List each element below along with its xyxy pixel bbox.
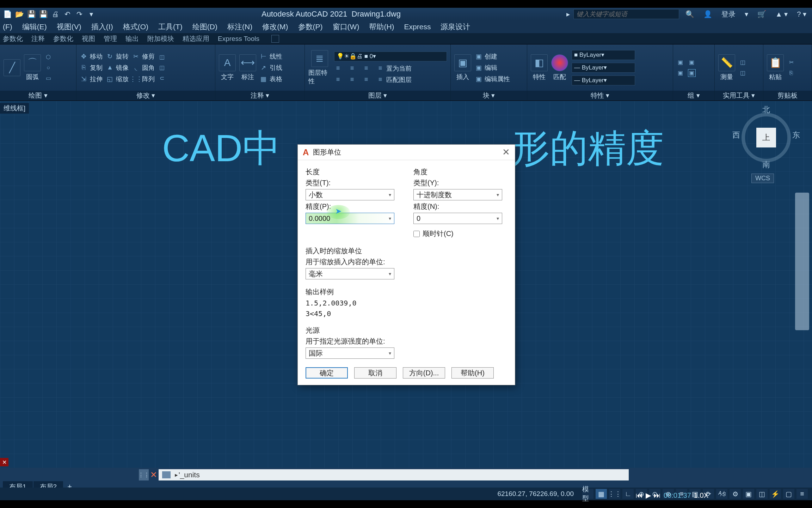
array-button[interactable]: ⋮⋮阵列 bbox=[132, 75, 155, 83]
cut-icon[interactable]: ✂ bbox=[787, 59, 795, 66]
modify-extra2-icon[interactable]: ◫ bbox=[158, 64, 166, 72]
menu-edit[interactable]: 编辑(E) bbox=[22, 22, 47, 32]
panel-block-title[interactable]: 块 ▾ bbox=[451, 91, 527, 101]
save-as-icon[interactable]: 💾 bbox=[39, 10, 48, 19]
panel-props-title[interactable]: 特性 ▾ bbox=[527, 91, 673, 101]
move-button[interactable]: ✥移动 bbox=[80, 52, 103, 61]
ribbon-tab-express[interactable]: Express Tools bbox=[218, 35, 259, 43]
menu-insert[interactable]: 插入(I) bbox=[91, 22, 113, 32]
layer-mini3-icon[interactable]: ≡ bbox=[362, 64, 370, 73]
panel-layer-title[interactable]: 图层 ▾ bbox=[305, 91, 450, 101]
video-play-icon[interactable]: ▶ bbox=[646, 491, 651, 500]
viewcube[interactable]: 北 上 西 东 南 WCS bbox=[734, 104, 798, 175]
fillet-button[interactable]: ◟圆角 bbox=[132, 64, 155, 72]
login-dropdown-icon[interactable]: ▾ bbox=[742, 9, 751, 19]
layer-mini6-icon[interactable]: ≡ bbox=[362, 75, 370, 84]
menu-window[interactable]: 窗口(W) bbox=[333, 22, 359, 32]
scale-button[interactable]: ◱缩放 bbox=[106, 75, 129, 83]
command-input[interactable]: ▸ '_units bbox=[159, 469, 629, 480]
login-button[interactable]: 登录 bbox=[719, 9, 738, 20]
ribbon-tab-featured[interactable]: 精选应用 bbox=[183, 34, 209, 43]
plot-icon[interactable]: 🖨 bbox=[51, 10, 60, 19]
copy-button[interactable]: ⎘复制 bbox=[80, 64, 103, 72]
viewcube-west[interactable]: 西 bbox=[732, 130, 740, 140]
layer-mini5-icon[interactable]: ≡ bbox=[348, 75, 356, 84]
lineweight-combo[interactable]: — ByLayer▾ bbox=[572, 63, 635, 73]
ribbon-extra-icon[interactable] bbox=[271, 35, 279, 43]
polyline-icon[interactable]: ⬡ bbox=[44, 53, 52, 61]
ribbon-tab-output[interactable]: 输出 bbox=[125, 34, 139, 43]
cart-icon[interactable]: 🛒 bbox=[755, 9, 769, 19]
cmd-handle-icon[interactable]: ⋮⋮ bbox=[139, 469, 149, 480]
dim-button[interactable]: ⟷标注 bbox=[239, 54, 256, 81]
properties-button[interactable]: ◧特性 bbox=[531, 54, 548, 81]
ribbon-tab-addins[interactable]: 附加模块 bbox=[147, 34, 174, 43]
create-block-button[interactable]: ▣创建 bbox=[475, 52, 510, 61]
menu-format[interactable]: 格式(O) bbox=[123, 22, 148, 32]
workspace-icon[interactable]: ⚙ bbox=[730, 489, 741, 499]
panel-draw-title[interactable]: 绘图 ▾ bbox=[0, 91, 76, 101]
table-button[interactable]: ▦表格 bbox=[260, 75, 282, 83]
qat-dropdown-icon[interactable]: ▾ bbox=[87, 10, 96, 19]
match-layer-button[interactable]: ≡匹配图层 bbox=[376, 75, 412, 84]
mirror-button[interactable]: ▲镜像 bbox=[106, 64, 129, 72]
ok-button[interactable]: 确定 bbox=[306, 367, 348, 379]
menu-view[interactable]: 视图(V) bbox=[57, 22, 81, 32]
save-icon[interactable]: 💾 bbox=[27, 10, 36, 19]
dialog-close-icon[interactable]: ✕ bbox=[502, 147, 510, 158]
ribbon-tab-view[interactable]: 视图 bbox=[82, 34, 95, 43]
viewcube-east[interactable]: 东 bbox=[792, 130, 800, 140]
menu-file[interactable]: (F) bbox=[3, 23, 12, 31]
undo-icon[interactable]: ↶ bbox=[63, 10, 72, 19]
panel-annotate-title[interactable]: 注释 ▾ bbox=[215, 91, 304, 101]
menu-parametric[interactable]: 参数(P) bbox=[298, 22, 323, 32]
layer-props-button[interactable]: ≣图层特性 bbox=[308, 50, 331, 85]
arc-button[interactable]: ⌒圆弧 bbox=[24, 54, 41, 81]
menu-yuanquan[interactable]: 源泉设计 bbox=[441, 22, 470, 32]
ribbon-tab-parametric2[interactable]: 参数化 bbox=[53, 34, 73, 43]
panel-clip-title[interactable]: 剪贴板 bbox=[763, 91, 812, 101]
length-type-combo[interactable]: 小数▾ bbox=[306, 189, 394, 200]
annotation-scale-icon[interactable]: ⅍ bbox=[716, 489, 727, 499]
util-icon2[interactable]: ◫ bbox=[739, 69, 746, 77]
clean-screen-icon[interactable]: ▢ bbox=[783, 489, 794, 499]
snap-toggle-icon[interactable]: ⋮⋮ bbox=[609, 489, 620, 499]
menu-help[interactable]: 帮助(H) bbox=[369, 22, 394, 32]
viewcube-south[interactable]: 南 bbox=[734, 159, 798, 170]
help-button[interactable]: 帮助(H) bbox=[451, 367, 494, 379]
modify-extra1-icon[interactable]: ◫ bbox=[158, 53, 166, 61]
video-prev-icon[interactable]: ⏮ bbox=[636, 491, 643, 500]
insert-units-combo[interactable]: 毫米▾ bbox=[306, 268, 394, 279]
viewcube-top[interactable]: 上 bbox=[756, 128, 776, 147]
layer-mini1-icon[interactable]: ≡ bbox=[334, 64, 342, 73]
coordinates-readout[interactable]: 62160.27, 76226.69, 0.00 bbox=[497, 490, 574, 498]
group-icon2[interactable]: ▣ bbox=[677, 69, 684, 77]
menu-express[interactable]: Express bbox=[404, 23, 431, 31]
new-file-icon[interactable]: 📄 bbox=[3, 10, 12, 19]
text-button[interactable]: A文字 bbox=[219, 54, 236, 81]
set-current-button[interactable]: ≡置为当前 bbox=[376, 64, 412, 73]
grid-toggle-icon[interactable]: ▦ bbox=[596, 489, 607, 499]
edit-attr-button[interactable]: ▣编辑属性 bbox=[475, 75, 510, 83]
viewcube-wcs[interactable]: WCS bbox=[751, 174, 774, 183]
ribbon-tab-parametric1[interactable]: 参数化 bbox=[3, 34, 23, 43]
angle-precision-combo[interactable]: 0▾ bbox=[413, 213, 502, 224]
linetype-combo[interactable]: — ByLayer▾ bbox=[572, 75, 635, 85]
customize-status-icon[interactable]: ≡ bbox=[796, 489, 808, 499]
circle-icon[interactable]: ○ bbox=[44, 64, 52, 72]
ortho-toggle-icon[interactable]: ∟ bbox=[622, 489, 634, 499]
util-icon1[interactable]: ◫ bbox=[739, 59, 746, 66]
measure-button[interactable]: 📏测量 bbox=[718, 54, 735, 81]
direction-button[interactable]: 方向(D)... bbox=[403, 367, 445, 379]
line-button[interactable]: ╱ bbox=[4, 59, 20, 76]
color-combo[interactable]: ■ ByLayer▾ bbox=[572, 50, 635, 60]
a360-icon[interactable]: ▲ ▾ bbox=[773, 9, 791, 19]
cmd-cancel-icon[interactable]: ✕ bbox=[149, 469, 159, 480]
leader-button[interactable]: ↗引线 bbox=[260, 64, 282, 72]
copy-clip-icon[interactable]: ⎘ bbox=[787, 69, 795, 77]
navigation-bar[interactable] bbox=[795, 193, 809, 330]
menu-draw[interactable]: 绘图(D) bbox=[192, 22, 217, 32]
paste-button[interactable]: 📋粘贴 bbox=[767, 54, 784, 81]
trim-button[interactable]: ✂修剪 bbox=[132, 52, 155, 61]
hardware-accel-icon[interactable]: ⚡ bbox=[770, 489, 781, 499]
